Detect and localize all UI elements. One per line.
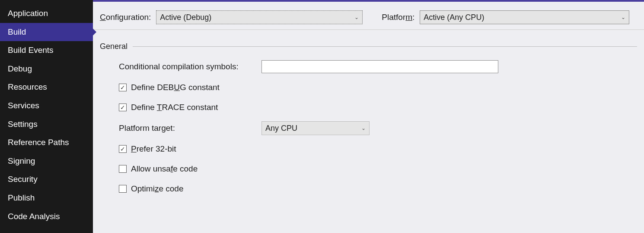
configuration-value: Active (Debug): [160, 13, 211, 22]
sidebar: Application Build Build Events Debug Res…: [0, 0, 93, 233]
define-trace-checkbox[interactable]: [119, 104, 127, 111]
sidebar-item-signing[interactable]: Signing: [0, 152, 93, 171]
section-general-header: General: [93, 30, 644, 55]
sidebar-item-publish[interactable]: Publish: [0, 189, 93, 207]
optimize-code-checkbox[interactable]: [119, 185, 127, 193]
define-trace-label: Define TRACE constant: [131, 103, 218, 112]
platform-target-label: Platform target:: [119, 123, 261, 133]
allow-unsafe-checkbox[interactable]: [119, 165, 127, 173]
sidebar-item-resources[interactable]: Resources: [0, 78, 93, 97]
configuration-label: Configuration:: [100, 13, 151, 22]
general-form: Conditional compilation symbols: Define …: [93, 55, 644, 197]
sidebar-item-application[interactable]: Application: [0, 4, 93, 23]
chevron-down-icon: ⌄: [361, 125, 366, 131]
sidebar-item-reference-paths[interactable]: Reference Paths: [0, 133, 93, 152]
configuration-dropdown[interactable]: Active (Debug) ⌄: [156, 10, 363, 24]
sidebar-item-settings[interactable]: Settings: [0, 115, 93, 134]
platform-target-dropdown[interactable]: Any CPU ⌄: [261, 121, 370, 135]
divider: [133, 46, 637, 47]
sidebar-item-build-events[interactable]: Build Events: [0, 41, 93, 60]
optimize-code-row[interactable]: Optimize code: [119, 181, 637, 197]
prefer-32bit-checkbox[interactable]: [119, 145, 127, 153]
prefer-32bit-row[interactable]: Prefer 32-bit: [119, 141, 637, 157]
chevron-down-icon: ⌄: [621, 14, 625, 20]
cond-symbols-row: Conditional compilation symbols:: [119, 58, 637, 75]
platform-target-value: Any CPU: [265, 124, 297, 133]
platform-target-row: Platform target: Any CPU ⌄: [119, 120, 637, 137]
cond-symbols-input[interactable]: [261, 60, 498, 73]
sidebar-item-security[interactable]: Security: [0, 170, 93, 189]
prefer-32bit-label: Prefer 32-bit: [131, 144, 176, 154]
sidebar-item-code-analysis[interactable]: Code Analysis: [0, 207, 93, 226]
section-general-label: General: [100, 42, 128, 51]
optimize-code-label: Optimize code: [131, 184, 183, 194]
define-trace-row[interactable]: Define TRACE constant: [119, 100, 637, 115]
platform-label: Platform:: [382, 13, 414, 22]
top-row: Configuration: Active (Debug) ⌄ Platform…: [93, 2, 644, 30]
define-debug-label: Define DEBUG constant: [131, 83, 220, 92]
define-debug-row[interactable]: Define DEBUG constant: [119, 80, 637, 95]
define-debug-checkbox[interactable]: [119, 84, 127, 91]
main-panel: Configuration: Active (Debug) ⌄ Platform…: [93, 0, 644, 233]
platform-dropdown[interactable]: Active (Any CPU) ⌄: [420, 10, 629, 24]
platform-value: Active (Any CPU): [424, 13, 484, 22]
sidebar-item-services[interactable]: Services: [0, 97, 93, 115]
chevron-down-icon: ⌄: [354, 14, 359, 20]
sidebar-item-debug[interactable]: Debug: [0, 60, 93, 78]
cond-symbols-label: Conditional compilation symbols:: [119, 62, 261, 71]
sidebar-item-build[interactable]: Build: [0, 23, 93, 42]
allow-unsafe-row[interactable]: Allow unsafe code: [119, 161, 637, 177]
allow-unsafe-label: Allow unsafe code: [131, 164, 198, 174]
